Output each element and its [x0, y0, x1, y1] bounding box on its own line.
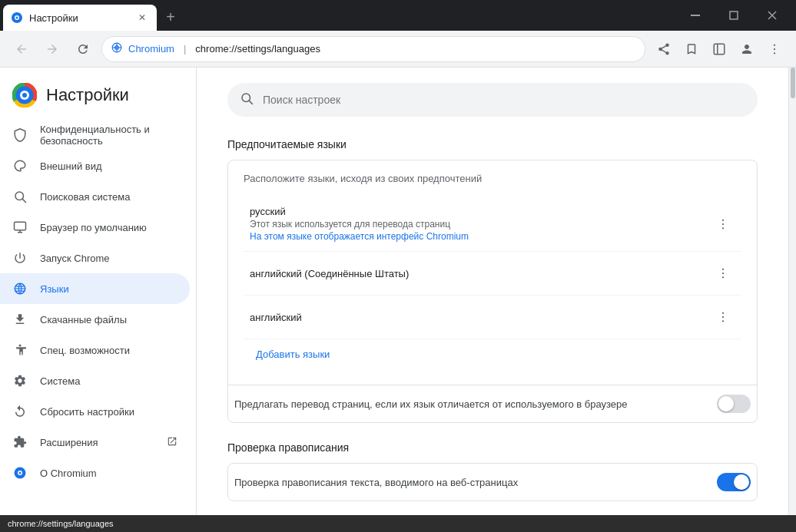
- svg-rect-3: [691, 15, 700, 16]
- language-info-ru: русский Этот язык используется для перев…: [250, 206, 705, 242]
- monitor-icon: [12, 220, 28, 235]
- search-input[interactable]: [263, 94, 745, 106]
- chromium-icon: [12, 465, 28, 481]
- language-menu-button-en-us[interactable]: [711, 261, 735, 286]
- language-item-en: английский: [244, 296, 741, 339]
- share-button[interactable]: [652, 37, 676, 61]
- svg-rect-11: [714, 44, 725, 55]
- language-name-en-us: английский (Соединённые Штаты): [250, 268, 705, 279]
- back-button[interactable]: [9, 37, 34, 61]
- sidebar-header: Настройки: [0, 74, 196, 120]
- minimize-button[interactable]: [678, 3, 713, 28]
- tab-title: Настройки: [29, 12, 129, 24]
- preferred-languages-heading: Предпочитаемые языки: [227, 138, 758, 150]
- address-bar[interactable]: Chromium | chrome://settings/languages: [101, 36, 645, 62]
- sidebar-toggle-button[interactable]: [707, 37, 731, 61]
- main-area: Настройки Конфиденциальность и безопасно…: [0, 68, 796, 515]
- language-name-ru: русский: [250, 206, 705, 217]
- svg-point-40: [722, 320, 724, 322]
- palette-icon: [12, 158, 28, 173]
- spell-check-toggle[interactable]: [717, 473, 751, 491]
- forward-button[interactable]: [40, 37, 65, 61]
- translate-toggle-knob: [718, 396, 734, 411]
- spell-check-card: Проверка правописания текста, вводимого …: [227, 463, 758, 501]
- profile-button[interactable]: [735, 37, 759, 61]
- svg-point-26: [19, 345, 22, 347]
- svg-point-29: [19, 472, 22, 474]
- sidebar-item-appearance[interactable]: Внешний вид: [0, 150, 190, 181]
- download-icon: [12, 312, 28, 327]
- nav-bar: Chromium | chrome://settings/languages: [0, 31, 796, 68]
- svg-point-36: [722, 273, 724, 274]
- new-tab-button[interactable]: +: [160, 6, 181, 28]
- language-menu-button-ru[interactable]: [711, 212, 735, 236]
- accessibility-icon: [12, 342, 28, 358]
- translate-toggle-label: Предлагать перевод страниц, если их язык…: [234, 398, 711, 410]
- sidebar-startup-label: Запуск Chrome: [40, 253, 177, 264]
- restore-button[interactable]: [716, 3, 751, 28]
- sidebar-item-browser[interactable]: Браузер по умолчанию: [0, 212, 190, 243]
- status-url: chrome://settings/languages: [8, 519, 114, 528]
- svg-point-2: [16, 17, 18, 19]
- svg-point-14: [774, 48, 775, 49]
- tab-close-button[interactable]: ✕: [135, 11, 149, 25]
- svg-point-32: [722, 219, 724, 220]
- language-menu-button-en[interactable]: [711, 305, 735, 329]
- sidebar-search-label: Поисковая система: [40, 191, 177, 203]
- shield-icon: [12, 127, 28, 143]
- globe-icon: [12, 281, 28, 296]
- language-chromium-note-ru: На этом языке отображается интерфейс Chr…: [250, 231, 705, 242]
- sidebar-item-accessibility[interactable]: Спец. возможности: [0, 335, 190, 365]
- language-item-en-us: английский (Соединённые Штаты): [244, 252, 741, 296]
- sidebar-appearance-label: Внешний вид: [40, 160, 177, 172]
- close-button[interactable]: [755, 3, 790, 28]
- svg-point-18: [22, 93, 27, 97]
- sidebar-item-startup[interactable]: Запуск Chrome: [0, 243, 190, 273]
- puzzle-icon: [12, 435, 28, 450]
- sidebar-item-about[interactable]: О Chromium: [0, 458, 190, 488]
- add-language-row: Добавить языки: [244, 339, 741, 372]
- sidebar-item-search[interactable]: Поисковая система: [0, 181, 190, 212]
- spell-check-heading: Проверка правописания: [227, 441, 758, 454]
- svg-point-38: [722, 312, 724, 314]
- languages-card: Расположите языки, исходя из своих предп…: [227, 160, 758, 423]
- add-language-link[interactable]: Добавить языки: [250, 342, 336, 366]
- sidebar-item-reset[interactable]: Сбросить настройки: [0, 396, 190, 427]
- language-item-ru: русский Этот язык используется для перев…: [244, 197, 741, 252]
- nav-actions: [652, 37, 787, 61]
- spell-check-toggle-label: Проверка правописания текста, вводимого …: [234, 477, 711, 488]
- sidebar-item-languages[interactable]: Языки: [0, 273, 190, 304]
- sidebar-item-system[interactable]: Система: [0, 365, 190, 396]
- bookmark-button[interactable]: [679, 37, 704, 61]
- svg-point-33: [722, 223, 724, 224]
- svg-point-35: [722, 269, 724, 270]
- sidebar-browser-label: Браузер по умолчанию: [40, 222, 177, 233]
- svg-point-13: [774, 44, 775, 45]
- translate-toggle-row: Предлагать перевод страниц, если их язык…: [228, 385, 757, 422]
- sidebar-logo: [12, 83, 37, 107]
- menu-button[interactable]: [762, 37, 787, 61]
- svg-rect-21: [15, 222, 26, 230]
- sidebar: Настройки Конфиденциальность и безопасно…: [0, 68, 197, 515]
- title-bar: Настройки ✕ +: [0, 0, 796, 31]
- languages-description: Расположите языки, исходя из своих предп…: [244, 173, 741, 184]
- svg-rect-4: [730, 12, 738, 19]
- spell-check-toggle-row: Проверка правописания текста, вводимого …: [228, 464, 757, 501]
- sidebar-item-privacy[interactable]: Конфиденциальность и безопасность: [0, 120, 190, 150]
- status-bar: chrome://settings/languages: [0, 515, 796, 532]
- address-site: Chromium: [128, 43, 174, 55]
- sidebar-accessibility-label: Спец. возможности: [40, 345, 177, 356]
- address-path: chrome://settings/languages: [195, 43, 320, 55]
- sidebar-item-downloads[interactable]: Скачанные файлы: [0, 304, 190, 335]
- right-scrollbar[interactable]: [788, 68, 796, 515]
- translate-toggle[interactable]: [717, 395, 751, 413]
- active-tab[interactable]: Настройки ✕: [3, 5, 157, 31]
- scrollbar-thumb: [791, 68, 795, 98]
- reset-icon: [12, 404, 28, 419]
- tab-strip: Настройки ✕ +: [0, 0, 672, 31]
- search-icon: [12, 189, 28, 204]
- reload-button[interactable]: [71, 37, 95, 61]
- svg-point-15: [774, 52, 775, 54]
- sidebar-item-extensions[interactable]: Расширения: [0, 427, 190, 458]
- power-icon: [12, 250, 28, 266]
